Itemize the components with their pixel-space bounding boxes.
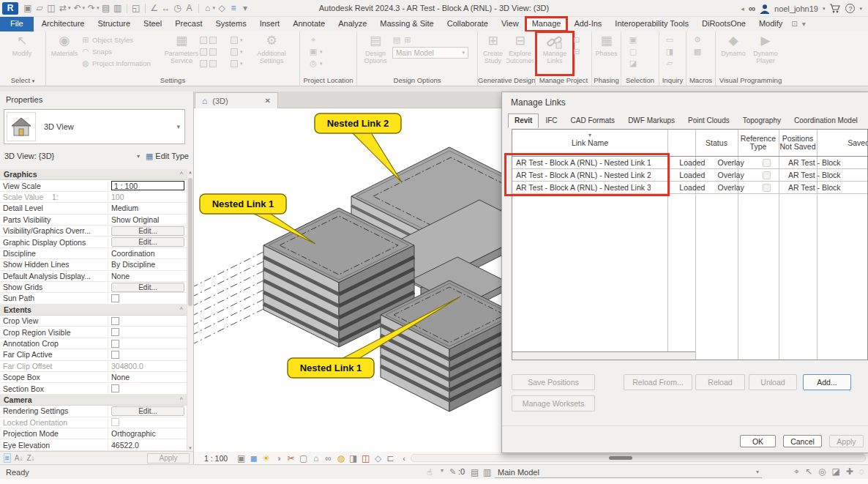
ribbon-options-icon[interactable]: ⊡	[789, 17, 799, 31]
undo-caret-icon[interactable]: ▾	[83, 5, 86, 11]
reload-from-button[interactable]: Reload From...	[624, 374, 692, 390]
transfer-icon[interactable]	[231, 60, 238, 67]
displacement-sets-icon[interactable]: ◇	[372, 453, 384, 463]
save-positions-button[interactable]: Save Positions	[512, 374, 595, 390]
revit-logo-icon[interactable]: R	[2, 2, 18, 15]
drag-elements-on-selection-icon[interactable]: ✚	[846, 466, 853, 477]
edit-button[interactable]: Edit...	[111, 226, 184, 236]
collapse-icon[interactable]: ^	[180, 171, 183, 178]
thin-lines-icon[interactable]: ≡	[228, 1, 239, 15]
property-checkbox[interactable]	[111, 384, 119, 392]
positions-not-saved-checkbox[interactable]	[763, 171, 771, 179]
property-section-graphics[interactable]: Graphics^	[0, 169, 187, 180]
close-view-icon[interactable]: ✕	[265, 97, 271, 105]
manage-images-icon[interactable]: ⊡	[572, 35, 581, 45]
create-study-button[interactable]: ⊞ Create Study	[479, 33, 506, 74]
instance-caret-icon[interactable]: ▾	[137, 153, 140, 160]
positions-not-saved-checkbox[interactable]	[763, 184, 771, 192]
dynamo-button[interactable]: ◆ Dynamo	[717, 33, 749, 74]
property-checkbox[interactable]	[111, 328, 119, 336]
dialog-tab-cad-formats[interactable]: CAD Formats	[564, 113, 622, 128]
pick-to-edit-icon[interactable]: ⊞	[403, 35, 412, 45]
default-3d-view-icon[interactable]: ⌂	[202, 1, 214, 15]
sync-with-central-icon[interactable]: ⇄	[57, 1, 69, 15]
crop-region-visible-icon[interactable]: ▢	[297, 453, 310, 463]
worksets-caret-icon[interactable]: ▾	[441, 467, 444, 474]
temporary-view-properties-icon[interactable]: ◨	[347, 453, 359, 463]
ribbon-tab-structure[interactable]: Structure	[91, 17, 137, 31]
type-selector-caret-icon[interactable]: ▾	[176, 123, 180, 130]
dynamo-player-button[interactable]: ▶ Dynamo Player	[749, 33, 782, 74]
property-list-icon[interactable]: ≡	[4, 453, 11, 463]
account-caret-icon[interactable]: ▾	[823, 6, 826, 12]
collapse-icon[interactable]: ^	[180, 396, 183, 403]
undo-icon[interactable]: ↶	[72, 1, 83, 15]
cancel-button[interactable]: Cancel	[783, 435, 822, 447]
main-model-dropdown[interactable]: Main Model▾	[392, 47, 468, 59]
ribbon-tab-interoperability-tools[interactable]: Interoperability Tools	[608, 17, 695, 31]
worksets-icon[interactable]: ✎	[449, 467, 456, 477]
settings-misc-icon[interactable]	[209, 37, 217, 44]
add-to-set-icon[interactable]: ▤	[392, 35, 401, 45]
warnings-icon[interactable]: ▱	[665, 59, 674, 68]
scroll-up-icon[interactable]: ▲	[187, 170, 193, 174]
help-icon[interactable]: ?	[845, 4, 855, 13]
sort-ascending-icon[interactable]: A↓	[15, 454, 23, 462]
manage-worksets-button[interactable]: Manage Worksets	[512, 395, 595, 412]
settings-misc-icon[interactable]	[209, 48, 217, 56]
property-input[interactable]: 1 : 100	[111, 181, 184, 190]
username-label[interactable]: noel_john19	[774, 4, 818, 13]
scroll-down-icon[interactable]: ▼	[187, 446, 193, 450]
horizontal-scrollbar-thumb[interactable]	[609, 456, 632, 460]
object-styles-button[interactable]: ⊞Object Styles	[81, 35, 163, 45]
ribbon-tab-collaborate[interactable]: Collaborate	[441, 17, 495, 31]
measure-icon[interactable]: ∠	[149, 1, 160, 15]
select-elements-by-face-icon[interactable]: ◪	[831, 466, 839, 477]
search-binoculars-icon[interactable]: ∞	[749, 3, 755, 14]
instance-selector[interactable]: 3D View: {3D}	[4, 152, 137, 160]
ribbon-tab-architecture[interactable]: Architecture	[35, 17, 91, 31]
project-information-button[interactable]: ◍Project Information	[81, 59, 163, 68]
ribbon-tab-file[interactable]: File	[0, 17, 34, 31]
callout-nested-link-2[interactable]: Nested Link 2	[315, 113, 402, 182]
column-header-link-name[interactable]: Link Name	[512, 139, 667, 147]
link-row-3[interactable]: AR Test - Block A (RNL) - Nested Link 3.…	[512, 182, 868, 194]
scrollbar-thumb[interactable]	[188, 178, 192, 306]
property-section-camera[interactable]: Camera^	[0, 395, 187, 406]
dialog-tab-pdf[interactable]: PDF	[864, 113, 868, 128]
ribbon-options-caret-icon[interactable]: ▾	[800, 17, 808, 31]
purge-icon[interactable]	[231, 37, 238, 44]
ribbon-tab-massing-site[interactable]: Massing & Site	[373, 17, 440, 31]
dialog-tab-point-clouds[interactable]: Point Clouds	[681, 113, 736, 128]
crop-view-icon[interactable]: ✂	[285, 453, 297, 463]
column-header-positions-not-saved[interactable]: Positions Not Saved	[779, 135, 817, 151]
units-icon[interactable]	[231, 48, 238, 56]
dialog-tab-ifc[interactable]: IFC	[539, 113, 564, 128]
materials-button[interactable]: ◉ Materials	[48, 33, 81, 74]
print-icon[interactable]: ▤	[100, 1, 112, 15]
dialog-tab-revit[interactable]: Revit	[508, 113, 539, 128]
settings-misc-icon[interactable]	[200, 37, 207, 44]
user-avatar-icon[interactable]	[760, 4, 770, 14]
column-header-reference-type[interactable]: Reference Type	[738, 135, 779, 151]
design-options-button[interactable]: ▤ Design Options	[359, 33, 392, 74]
edit-button[interactable]: Edit...	[111, 283, 184, 292]
link-row-1[interactable]: AR Test - Block A (RNL) - Nested Link 1.…	[512, 157, 868, 169]
dialog-tab-dwf-markups[interactable]: DWF Markups	[621, 113, 681, 128]
unload-button[interactable]: Unload	[749, 374, 797, 390]
sun-path-icon[interactable]: ☀	[260, 453, 272, 463]
tag-by-category-icon[interactable]: ◷	[172, 1, 184, 15]
redo-caret-icon[interactable]: ▾	[97, 5, 100, 11]
back-icon[interactable]: ◂	[741, 5, 744, 12]
property-section-extents[interactable]: Extents^	[0, 305, 187, 316]
save-3d-orientation-icon[interactable]: ⌂	[310, 453, 322, 463]
interface-toggle-icon[interactable]: ▣	[22, 1, 34, 15]
select-by-id-icon[interactable]: ◨	[665, 47, 674, 56]
snaps-button[interactable]: ◠Snaps	[81, 47, 163, 56]
ok-button[interactable]: OK	[740, 435, 776, 447]
ribbon-tab-annotate[interactable]: Annotate	[286, 17, 332, 31]
ribbon-tab-insert[interactable]: Insert	[253, 17, 287, 31]
sync-with-central-caret-icon[interactable]: ▾	[68, 5, 71, 11]
design-options-dialog-icon[interactable]: ▥	[483, 467, 491, 477]
macro-manager-icon[interactable]: ⚙	[693, 35, 702, 45]
